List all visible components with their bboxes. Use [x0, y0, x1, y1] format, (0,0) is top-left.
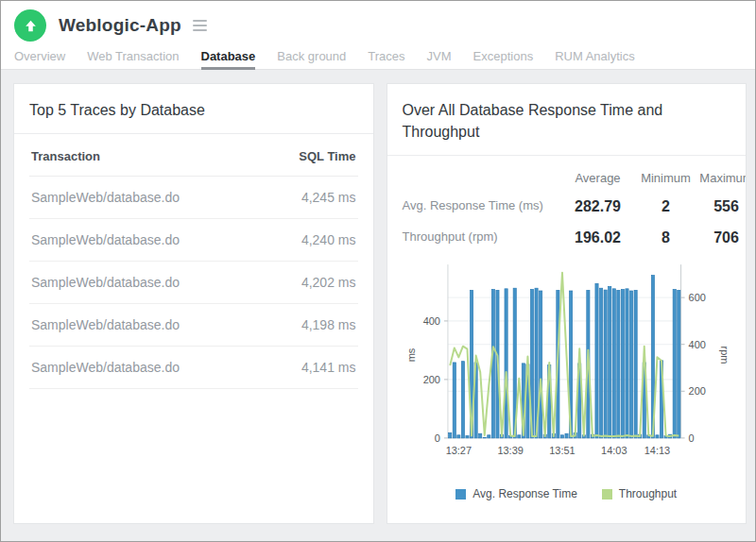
tab-back-ground[interactable]: Back ground [277, 42, 346, 69]
legend-label: Avg. Response Time [472, 487, 577, 500]
legend-swatch-icon [455, 489, 466, 500]
stats-column-maximum: Maximum [694, 171, 747, 185]
table-row[interactable]: SampleWeb/database.do4,245 ms [29, 177, 358, 219]
table-row[interactable]: SampleWeb/database.do4,198 ms [29, 304, 358, 347]
stat-value-minimum: 8 [639, 229, 694, 246]
stat-value-maximum: 706 [694, 229, 747, 246]
up-arrow-icon [23, 18, 39, 34]
column-header-sql-time[interactable]: SQL Time [299, 149, 355, 163]
svg-text:200: 200 [422, 374, 439, 385]
svg-text:13:51: 13:51 [549, 445, 575, 456]
overall-panel-title: Over All Database Response Time and Thro… [403, 99, 731, 143]
svg-text:400: 400 [422, 315, 439, 327]
traces-panel-title: Top 5 Traces by Database [29, 99, 358, 121]
tab-jvm[interactable]: JVM [427, 42, 452, 69]
sql-time-cell: 4,240 ms [301, 232, 356, 247]
svg-text:14:13: 14:13 [644, 445, 669, 456]
svg-text:0: 0 [688, 432, 694, 444]
svg-text:13:27: 13:27 [445, 445, 471, 456]
sql-time-cell: 4,245 ms [301, 190, 356, 205]
traces-table-header: Transaction SQL Time [29, 134, 358, 177]
legend-swatch-icon [602, 489, 612, 500]
stats-row: Avg. Response Time (ms)282.792556 [403, 191, 747, 222]
response-throughput-chart: 02004000200400600msrpm13:2713:3913:5114:… [403, 259, 731, 461]
x-axis-ticks: 13:2713:3913:5114:0314:13 [445, 445, 670, 456]
stat-value-average: 196.02 [558, 229, 639, 246]
stat-value-minimum: 2 [639, 198, 694, 215]
stats-header-row: AverageMinimumMaximum [403, 167, 747, 191]
transaction-cell: SampleWeb/database.do [31, 360, 180, 375]
tab-rum-analytics[interactable]: RUM Analytics [555, 42, 635, 69]
table-row[interactable]: SampleWeb/database.do4,240 ms [29, 219, 358, 262]
legend-item-avg-response-time[interactable]: Avg. Response Time [455, 487, 577, 500]
left-axis-ticks: 0200400 [422, 315, 447, 444]
chart-container: 02004000200400600msrpm13:2713:3913:5114:… [403, 259, 731, 461]
sql-time-cell: 4,198 ms [301, 317, 356, 332]
stats-column-average: Average [558, 171, 639, 185]
tab-database[interactable]: Database [201, 42, 256, 69]
transaction-cell: SampleWeb/database.do [31, 317, 180, 332]
svg-text:0: 0 [434, 432, 439, 444]
legend-label: Throughput [619, 487, 677, 500]
tab-traces[interactable]: Traces [368, 42, 404, 69]
hamburger-icon[interactable] [191, 17, 209, 34]
stat-label: Avg. Response Time (ms) [403, 191, 558, 222]
content-area: Top 5 Traces by Database Transaction SQL… [1, 70, 755, 541]
svg-text:13:39: 13:39 [497, 445, 523, 456]
panel-overall-db: Over All Database Response Time and Thro… [387, 83, 747, 524]
svg-text:400: 400 [688, 339, 705, 350]
legend-item-throughput[interactable]: Throughput [602, 487, 677, 500]
divider [387, 155, 747, 156]
tab-bar: OverviewWeb TransactionDatabaseBack grou… [1, 42, 755, 70]
svg-text:600: 600 [688, 292, 705, 303]
app-header: Weblogic-App [1, 1, 755, 42]
transaction-cell: SampleWeb/database.do [31, 275, 180, 290]
svg-text:14:03: 14:03 [601, 445, 627, 456]
stat-value-average: 282.79 [558, 198, 639, 215]
chart-legend: Avg. Response TimeThroughput [403, 487, 731, 500]
stats-table: AverageMinimumMaximumAvg. Response Time … [403, 167, 747, 253]
stats-row: Throughput (rpm)196.028706 [403, 222, 747, 253]
panel-top-traces: Top 5 Traces by Database Transaction SQL… [13, 83, 374, 524]
transaction-cell: SampleWeb/database.do [31, 190, 180, 205]
left-axis-title: ms [404, 347, 416, 362]
right-axis-ticks: 0200400600 [680, 292, 705, 444]
right-axis-title: rpm [718, 347, 730, 364]
stat-value-maximum: 556 [694, 198, 747, 215]
app-title: Weblogic-App [59, 15, 181, 36]
tab-exceptions[interactable]: Exceptions [473, 42, 534, 69]
tab-web-transaction[interactable]: Web Transaction [87, 42, 179, 69]
tab-overview[interactable]: Overview [14, 42, 65, 69]
sql-time-cell: 4,141 ms [301, 360, 356, 375]
app-status-icon [14, 9, 46, 42]
stat-label: Throughput (rpm) [403, 222, 558, 253]
transaction-cell: SampleWeb/database.do [31, 232, 180, 247]
sql-time-cell: 4,202 ms [301, 275, 356, 290]
table-row[interactable]: SampleWeb/database.do4,202 ms [29, 262, 358, 304]
column-header-transaction[interactable]: Transaction [31, 149, 100, 163]
stats-column-minimum: Minimum [639, 171, 694, 185]
table-row[interactable]: SampleWeb/database.do4,141 ms [29, 347, 358, 389]
traces-table-body: SampleWeb/database.do4,245 msSampleWeb/d… [29, 177, 358, 389]
svg-text:200: 200 [688, 385, 705, 397]
